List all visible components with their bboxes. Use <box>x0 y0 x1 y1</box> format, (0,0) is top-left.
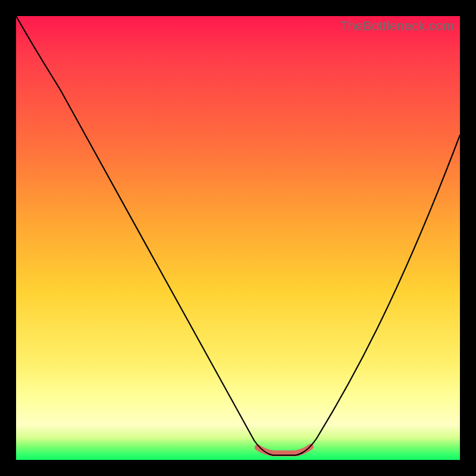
curve-main <box>16 16 460 455</box>
bottleneck-curve <box>16 16 460 460</box>
plot-area: TheBottleneck.com <box>16 16 460 460</box>
chart-frame: TheBottleneck.com <box>0 0 476 476</box>
